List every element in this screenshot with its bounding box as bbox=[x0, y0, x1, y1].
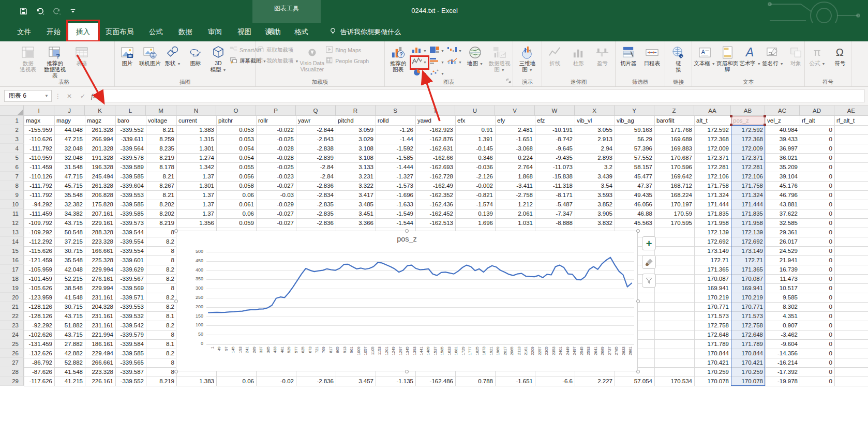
cell[interactable]: 8.2 bbox=[146, 321, 176, 330]
ribbon-button-文本框[interactable]: A文本框 ▼ bbox=[693, 43, 716, 67]
cell[interactable]: -1.549 bbox=[376, 209, 415, 218]
cell[interactable]: 1.031 bbox=[495, 218, 535, 228]
cell[interactable]: 44.048 bbox=[54, 125, 85, 134]
cell[interactable]: 3.108 bbox=[336, 144, 376, 153]
dropdown-icon[interactable]: ▼ bbox=[423, 49, 427, 53]
cell[interactable]: 3.439 bbox=[575, 172, 615, 181]
cell[interactable]: 0 bbox=[800, 190, 834, 200]
cell[interactable]: 171.573 bbox=[731, 311, 765, 321]
cell[interactable]: 0.059 bbox=[216, 218, 256, 228]
cell[interactable]: 8.202 bbox=[146, 200, 176, 209]
ribbon-button-推荐的图表[interactable]: ?推荐的图表 bbox=[386, 43, 410, 72]
ribbon-button-People Graph[interactable]: People Graph bbox=[325, 56, 369, 65]
row-header-10[interactable]: 10 bbox=[0, 200, 24, 209]
cell[interactable]: 0 bbox=[800, 144, 834, 153]
cell[interactable]: 8.21 bbox=[146, 190, 176, 200]
chart-line-series[interactable] bbox=[176, 231, 637, 371]
cell[interactable]: 3.852 bbox=[575, 200, 615, 209]
cell[interactable]: 8 bbox=[146, 255, 176, 265]
cell[interactable]: 170.259 bbox=[731, 367, 765, 377]
cell[interactable]: -132.626 bbox=[24, 349, 54, 358]
cell[interactable]: 276.161 bbox=[85, 274, 115, 283]
cell[interactable]: -155.959 bbox=[24, 125, 54, 134]
cell[interactable]: -115.626 bbox=[24, 246, 54, 255]
cell[interactable]: -110.126 bbox=[24, 172, 54, 181]
pie-chart-button[interactable]: ▼ bbox=[410, 68, 428, 79]
cell[interactable]: -3.462 bbox=[765, 330, 800, 339]
row-header-16[interactable]: 16 bbox=[0, 255, 24, 265]
cell[interactable]: 196.328 bbox=[85, 162, 115, 172]
cell[interactable]: 45.563 bbox=[615, 218, 654, 228]
cell[interactable]: 32.585 bbox=[765, 218, 800, 228]
cell[interactable]: 0 bbox=[800, 311, 834, 321]
cell[interactable]: 42.882 bbox=[54, 349, 85, 358]
cell[interactable]: 223.328 bbox=[85, 367, 115, 377]
cell[interactable]: 57.054 bbox=[615, 377, 654, 386]
cell[interactable]: -110.959 bbox=[24, 153, 54, 162]
cell[interactable]: -1.327 bbox=[376, 172, 415, 181]
cell[interactable]: 172.281 bbox=[731, 162, 765, 172]
cell[interactable]: -3.411 bbox=[495, 181, 535, 190]
cell[interactable]: 170.078 bbox=[731, 377, 765, 386]
column-header-L[interactable]: L bbox=[115, 106, 146, 116]
cell[interactable]: 0.06 bbox=[216, 377, 256, 386]
cell[interactable]: -17.392 bbox=[765, 367, 800, 377]
cell[interactable]: -121.459 bbox=[24, 255, 54, 265]
cell[interactable]: 8.2 bbox=[146, 237, 176, 246]
cell[interactable]: -2.834 bbox=[296, 190, 336, 200]
cell[interactable]: -1.633 bbox=[376, 200, 415, 209]
hierarchy-chart-button[interactable]: ▼ bbox=[428, 45, 445, 56]
cell[interactable]: 169.642 bbox=[654, 172, 694, 181]
cell[interactable]: vib_ag bbox=[615, 116, 654, 125]
cell[interactable]: 261.328 bbox=[85, 125, 115, 134]
column-header-T[interactable]: T bbox=[415, 106, 455, 116]
cell[interactable]: 171.835 bbox=[694, 209, 731, 218]
cell[interactable]: 0 bbox=[800, 181, 834, 190]
cell[interactable]: 170.259 bbox=[694, 367, 731, 377]
cell[interactable]: 2.893 bbox=[575, 153, 615, 162]
cell[interactable]: -8.888 bbox=[535, 218, 575, 228]
undo-icon[interactable] bbox=[35, 6, 44, 16]
cell[interactable]: 172.371 bbox=[731, 153, 765, 162]
cell[interactable]: 56.29 bbox=[615, 134, 654, 144]
cell[interactable]: -339.544 bbox=[115, 228, 146, 237]
cell[interactable]: 57.552 bbox=[615, 153, 654, 162]
dropdown-icon[interactable]: ▼ bbox=[458, 49, 462, 53]
cell[interactable]: 8.2 bbox=[146, 302, 176, 311]
cell[interactable]: -10.191 bbox=[535, 125, 575, 134]
range-handle[interactable] bbox=[730, 124, 732, 126]
row-header-11[interactable]: 11 bbox=[0, 209, 24, 218]
cell[interactable]: 41.548 bbox=[54, 293, 85, 302]
cell[interactable]: 2.913 bbox=[575, 134, 615, 144]
tab-开始[interactable]: 开始 bbox=[39, 23, 68, 41]
row-header-22[interactable]: 22 bbox=[0, 311, 24, 321]
cell[interactable]: 8.219 bbox=[146, 153, 176, 162]
cell[interactable]: 0.139 bbox=[455, 209, 495, 218]
embedded-chart[interactable]: pos_z 0501001502002503003504004505001499… bbox=[176, 231, 638, 371]
chart-resize-handle[interactable] bbox=[636, 370, 640, 373]
cell[interactable]: 2.481 bbox=[495, 125, 535, 134]
cell[interactable]: -0.002 bbox=[455, 181, 495, 190]
cell[interactable]: 3.905 bbox=[575, 209, 615, 218]
cell[interactable]: 8.2 bbox=[146, 293, 176, 302]
cell[interactable]: 0.907 bbox=[765, 321, 800, 330]
column-header-Z[interactable]: Z bbox=[654, 106, 694, 116]
cell[interactable]: 41.215 bbox=[54, 377, 85, 386]
cell[interactable]: 8 bbox=[146, 228, 176, 237]
cell[interactable]: 1.37 bbox=[176, 200, 216, 209]
cell[interactable]: 0 bbox=[800, 255, 834, 265]
cell[interactable]: 0 bbox=[800, 358, 834, 367]
cell[interactable]: -162.693 bbox=[415, 162, 455, 172]
cell[interactable]: 34.382 bbox=[54, 209, 85, 218]
cell[interactable]: 0.053 bbox=[216, 125, 256, 134]
cell[interactable]: -162.436 bbox=[415, 200, 455, 209]
cell[interactable]: -0.027 bbox=[256, 181, 296, 190]
cell[interactable]: 3.451 bbox=[336, 209, 376, 218]
cell[interactable]: pitchr bbox=[216, 116, 256, 125]
ribbon-button-地图[interactable]: 地图 ▼ bbox=[463, 43, 487, 67]
cell[interactable]: 8.178 bbox=[146, 162, 176, 172]
cell[interactable]: 172.106 bbox=[731, 172, 765, 181]
cell[interactable]: 3.029 bbox=[336, 134, 376, 144]
cell[interactable]: 0.056 bbox=[216, 172, 256, 181]
row-header-4[interactable]: 4 bbox=[0, 144, 24, 153]
